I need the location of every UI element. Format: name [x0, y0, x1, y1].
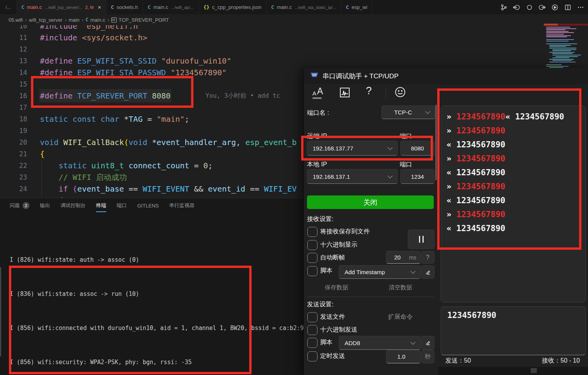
remote-port-input[interactable]: 8080 — [400, 141, 435, 156]
breadcrumb-separator: › — [65, 17, 67, 23]
save-to-file-checkbox[interactable] — [307, 227, 317, 237]
source-control-graph-icon[interactable] — [500, 3, 507, 11]
timed-send-label: 定时发送 — [320, 352, 345, 360]
local-port-label: 端口 — [400, 161, 412, 169]
frame-ms-value: 20 — [386, 254, 409, 261]
auto-frame-label: 自动断帧 — [320, 254, 345, 262]
sync-circle-icon[interactable] — [526, 3, 533, 11]
code-text: static uint8_t connect_count = 0; — [40, 160, 213, 171]
tabs-host: C main.c .../wifi_tcp_server/... 2, M × … — [17, 0, 372, 14]
hex-send-checkbox[interactable] — [307, 325, 317, 335]
line-number: 21 — [0, 150, 40, 158]
interval-unit-button: 秒 — [421, 350, 435, 363]
minimap[interactable] — [544, 22, 588, 69]
smiley-button[interactable] — [395, 86, 406, 98]
split-editor-icon[interactable] — [564, 3, 571, 11]
terminal-line: I (836) wifi:state: assoc -> run (10) — [10, 290, 304, 298]
panel-tab-label: GITLENS — [137, 203, 159, 209]
settings-divider — [307, 297, 434, 297]
frame-help-button[interactable]: ? — [421, 251, 435, 264]
breadcrumb-item[interactable]: › main — [65, 17, 79, 23]
font-underline-bar — [312, 97, 322, 99]
breadcrumb-item[interactable]: › wifi_tcp_server — [25, 17, 62, 23]
font-settings-button[interactable]: A A — [312, 87, 328, 99]
receive-display[interactable]: » 1234567890« 1234567890» 1234567890« 12… — [441, 105, 586, 302]
editor-tab[interactable]: C main.c .../wifi_tcp_server/... 2, M × — [17, 0, 106, 14]
pause-button[interactable] — [408, 230, 435, 249]
send-script-edit-button[interactable] — [421, 336, 435, 350]
breadcrumb-item[interactable]: › C main.c — [82, 17, 105, 23]
editor-tab[interactable]: C sockets.h — [106, 0, 143, 14]
panel-tab[interactable]: 终端 — [96, 202, 106, 212]
editor-tab[interactable]: C main.c .../wifi_ap/... — [143, 0, 199, 14]
local-port-input[interactable]: 1234 — [400, 169, 435, 184]
frame-ms-input[interactable]: 20 ms — [386, 251, 421, 264]
editor-tab[interactable]: C main.c .../wifi_sta_static_ip/... — [267, 0, 341, 14]
receive-script-checkbox[interactable] — [307, 266, 317, 276]
received-value: 50 - 10 — [560, 357, 580, 364]
remote-ip-value: 192.168.137.77 — [307, 145, 388, 152]
local-ip-dropdown[interactable]: 192.168.137.1 — [307, 169, 398, 184]
file-type-icon: C — [21, 4, 24, 10]
code-text: if (event_base == WIFI_EVENT && event_id… — [40, 183, 297, 195]
panel-tab[interactable]: 端口 — [117, 202, 127, 212]
line-number: 14 — [0, 69, 40, 76]
tab-description: .../wifi_tcp_server/... — [45, 5, 83, 10]
timed-send-checkbox[interactable] — [307, 351, 317, 361]
send-script-dropdown[interactable]: ADD8 — [339, 336, 421, 350]
editor-tab[interactable]: {} c_cpp_properties.json — [199, 0, 267, 14]
code-text: #include "esp_netif.h" — [40, 25, 143, 32]
horizontal-scrollbar[interactable] — [438, 367, 588, 375]
send-file-checkbox[interactable] — [307, 312, 317, 322]
editor-actions — [498, 0, 586, 14]
auto-frame-checkbox[interactable] — [307, 253, 317, 263]
tab-overflow[interactable]: /... — [0, 0, 17, 14]
line-number: 10 — [0, 25, 40, 30]
panel-tab-label: 输出 — [40, 202, 50, 209]
local-ip-label: 本地 IP — [307, 161, 327, 169]
chevron-down-icon — [410, 340, 416, 345]
extended-command-button[interactable]: 扩展命令 — [388, 313, 413, 321]
code-text: void WIFI_CallBack(void *event_handler_a… — [40, 137, 297, 148]
clear-data-button[interactable]: 清空数据 — [389, 284, 412, 291]
save-data-button[interactable]: 保存数据 — [325, 284, 348, 291]
send-script-label: 脚本 — [320, 339, 333, 347]
line-number: 20 — [0, 138, 40, 146]
receive-script-dropdown[interactable]: Add Timestamp — [339, 265, 421, 279]
serial-window-titlebar[interactable]: 串口调试助手 + TCP/UDP — [304, 68, 588, 84]
plot-view-button[interactable] — [340, 87, 350, 98]
scrollbar-thumb[interactable] — [531, 368, 537, 373]
settings-scrollbar[interactable] — [435, 105, 437, 180]
back-icon[interactable] — [513, 3, 520, 11]
tab-description: .../wifi_sta_static_ip/... — [295, 5, 336, 10]
panel-tab-label: 串行监视器 — [169, 202, 195, 209]
close-icon[interactable]: × — [98, 4, 101, 10]
send-settings-header: 发送设置: — [307, 301, 333, 309]
terminal-scrollbar[interactable] — [0, 267, 1, 356]
editor-tab[interactable]: C esp_wi — [341, 0, 372, 14]
port-type-dropdown[interactable]: TCP-C — [381, 105, 435, 119]
forward-icon[interactable] — [538, 3, 546, 11]
send-input[interactable]: 1234567890 — [441, 306, 586, 355]
line-number: 18 — [0, 115, 40, 123]
breadcrumb-item[interactable]: › TCP_SREVER_PORT — [107, 17, 169, 23]
file-type-icon: C — [148, 4, 151, 10]
close-connection-button[interactable]: 关闭 — [307, 195, 434, 209]
remote-ip-dropdown[interactable]: 192.168.137.77 — [307, 141, 398, 156]
help-button[interactable]: ? — [366, 85, 372, 97]
receive-script-edit-button[interactable] — [421, 265, 435, 279]
panel-tab[interactable]: GITLENS — [137, 203, 159, 212]
serial-debug-window: 串口调试助手 + TCP/UDP A A ? 端口名 : TCP-C — [303, 68, 588, 375]
interval-input[interactable]: 1.0 — [386, 350, 421, 363]
panel-tab[interactable]: 输出 — [40, 202, 50, 212]
panel-tab[interactable]: 串行监视器 — [169, 202, 195, 212]
more-actions-icon[interactable] — [577, 3, 584, 11]
send-script-checkbox[interactable] — [307, 338, 317, 348]
terminal-output[interactable]: I (826) wifi:state: auth -> assoc (0) I … — [10, 221, 304, 375]
run-icon[interactable] — [551, 3, 559, 11]
panel-tab[interactable]: 问题 2 — [10, 202, 29, 212]
panel-tab[interactable]: 调试控制台 — [60, 202, 86, 212]
breadcrumb-item[interactable]: 05.wifi — [9, 17, 23, 23]
hex-display-checkbox[interactable] — [307, 240, 317, 250]
receive-script-value: Add Timestamp — [339, 269, 411, 275]
